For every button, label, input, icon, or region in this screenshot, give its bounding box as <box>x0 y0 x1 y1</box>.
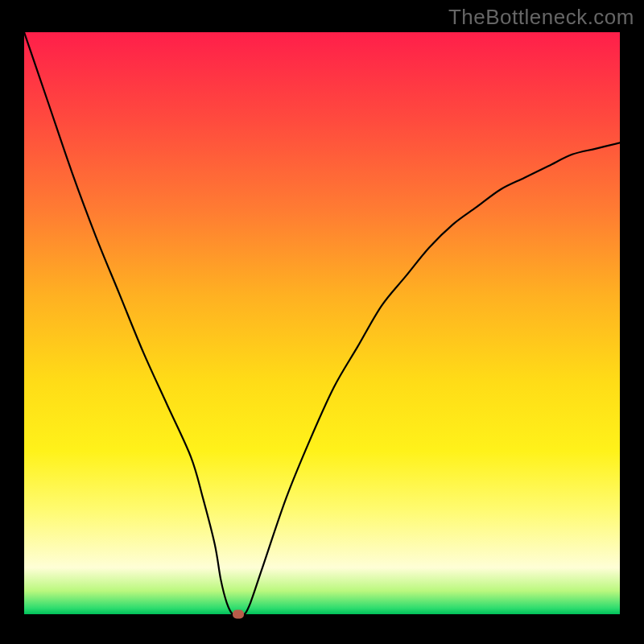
optimum-marker <box>233 610 244 619</box>
bottleneck-curve <box>24 32 620 614</box>
curve-svg <box>24 32 620 614</box>
watermark-text: TheBottleneck.com <box>448 5 634 30</box>
plot-area <box>24 32 620 614</box>
chart-frame: TheBottleneck.com <box>0 0 644 644</box>
